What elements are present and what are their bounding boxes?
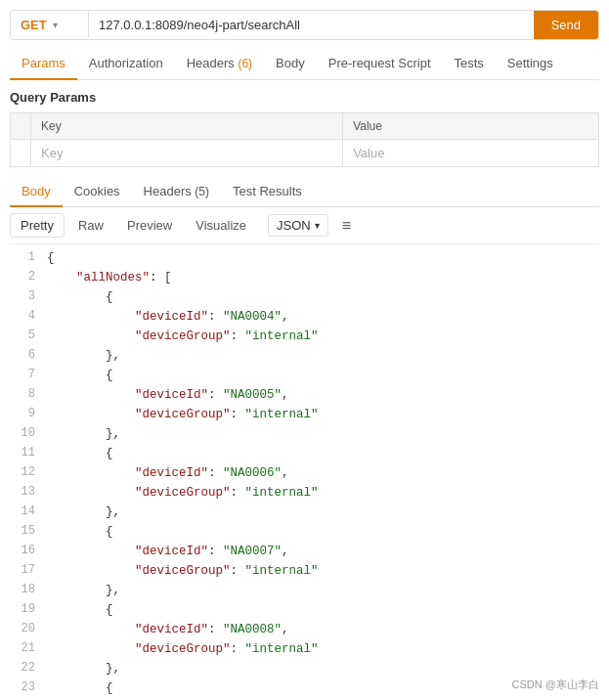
value-col-header: Value — [343, 113, 599, 140]
line-number: 11 — [10, 444, 47, 462]
line-content: "allNodes": [ — [47, 268, 599, 287]
line-number: 19 — [10, 600, 47, 619]
line-content: }, — [47, 346, 599, 366]
line-content: "deviceId": "NA0004", — [47, 307, 599, 327]
body-tabs: Body Cookies Headers (5) Test Results — [10, 177, 599, 207]
line-content: }, — [47, 659, 599, 678]
method-select[interactable]: GET ▾ — [11, 12, 89, 38]
line-content: }, — [47, 581, 599, 600]
format-bar: Pretty Raw Preview Visualize JSON ▾ ≡ — [10, 207, 599, 244]
line-content: { — [47, 600, 599, 620]
code-line: 14 }, — [10, 503, 599, 522]
line-content: "deviceGroup": "internal" — [47, 483, 599, 503]
code-line: 16 "deviceId": "NA0007", — [10, 542, 599, 561]
params-table: Key Value Key Value — [10, 112, 599, 167]
visualize-button[interactable]: Visualize — [186, 214, 256, 237]
tab-pre-request-script[interactable]: Pre-request Script — [317, 48, 443, 80]
line-number: 8 — [10, 385, 47, 404]
json-format-select[interactable]: JSON ▾ — [268, 214, 328, 237]
url-input[interactable] — [89, 11, 534, 39]
chevron-down-icon: ▾ — [53, 20, 58, 30]
tab-body[interactable]: Body — [264, 48, 317, 80]
line-content: "deviceId": "NA0008", — [47, 620, 599, 639]
code-line: 4 "deviceId": "NA0004", — [10, 307, 599, 327]
line-content: "deviceId": "NA0005", — [47, 385, 599, 405]
tab-settings[interactable]: Settings — [496, 48, 565, 80]
line-number: 16 — [10, 542, 47, 560]
tab-tests[interactable]: Tests — [443, 48, 496, 80]
value-placeholder[interactable]: Value — [343, 140, 599, 167]
raw-button[interactable]: Raw — [68, 214, 113, 237]
code-line: 21 "deviceGroup": "internal" — [10, 639, 599, 659]
code-line: 22 }, — [10, 659, 599, 678]
json-format-label: JSON — [277, 218, 311, 233]
key-col-header: Key — [31, 113, 343, 140]
code-line: 10 }, — [10, 424, 599, 444]
code-area: 1{2 "allNodes": [3 {4 "deviceId": "NA000… — [10, 244, 599, 700]
line-number: 5 — [10, 327, 47, 345]
code-line: 5 "deviceGroup": "internal" — [10, 327, 599, 346]
line-number: 10 — [10, 424, 47, 443]
tab-cookies[interactable]: Cookies — [63, 177, 132, 207]
code-line: 1{ — [10, 248, 599, 268]
code-line: 18 }, — [10, 581, 599, 600]
code-line: 8 "deviceId": "NA0005", — [10, 385, 599, 405]
tab-params[interactable]: Params — [10, 48, 77, 80]
line-content: { — [47, 287, 599, 307]
line-number: 12 — [10, 463, 47, 482]
query-params-title: Query Params — [10, 90, 599, 105]
line-content: { — [47, 444, 599, 463]
method-label: GET — [21, 18, 47, 32]
line-content: { — [47, 522, 599, 542]
line-number: 2 — [10, 268, 47, 286]
send-button[interactable]: Send — [534, 11, 598, 39]
line-content: "deviceGroup": "internal" — [47, 639, 599, 659]
line-number: 17 — [10, 561, 47, 580]
line-content: }, — [47, 424, 599, 444]
preview-button[interactable]: Preview — [117, 214, 182, 237]
line-number: 7 — [10, 366, 47, 384]
code-line: 23 { — [10, 678, 599, 698]
line-number: 21 — [10, 639, 47, 658]
chevron-down-icon: ▾ — [315, 220, 320, 231]
line-number: 18 — [10, 581, 47, 599]
code-line: 20 "deviceId": "NA0008", — [10, 620, 599, 639]
code-line: 9 "deviceGroup": "internal" — [10, 405, 599, 424]
url-bar: GET ▾ Send — [10, 10, 599, 40]
wrap-button[interactable]: ≡ — [336, 215, 357, 237]
top-tabs: Params Authorization Headers (6) Body Pr… — [10, 48, 599, 80]
tab-headers[interactable]: Headers (6) — [175, 48, 264, 80]
code-line: 19 { — [10, 600, 599, 620]
line-number: 20 — [10, 620, 47, 638]
code-line: 6 }, — [10, 346, 599, 366]
code-line: 7 { — [10, 366, 599, 385]
line-content: "deviceGroup": "internal" — [47, 405, 599, 424]
line-number: 15 — [10, 522, 47, 541]
code-line: 3 { — [10, 287, 599, 307]
pretty-button[interactable]: Pretty — [10, 213, 65, 238]
code-line: 15 { — [10, 522, 599, 542]
line-number: 9 — [10, 405, 47, 423]
line-content: { — [47, 248, 599, 268]
tab-response-body[interactable]: Body — [10, 177, 63, 207]
line-number: 4 — [10, 307, 47, 326]
code-line: 17 "deviceGroup": "internal" — [10, 561, 599, 581]
line-content: "deviceId": "NA0007", — [47, 542, 599, 561]
line-number: 14 — [10, 503, 47, 521]
line-content: { — [47, 366, 599, 385]
watermark: CSDN @寒山李白 — [512, 678, 599, 692]
tab-test-results[interactable]: Test Results — [221, 177, 314, 207]
line-content: "deviceGroup": "internal" — [47, 327, 599, 346]
tab-authorization[interactable]: Authorization — [77, 48, 175, 80]
params-row-placeholder: Key Value — [11, 140, 599, 167]
code-line: 12 "deviceId": "NA0006", — [10, 463, 599, 483]
line-number: 22 — [10, 659, 47, 678]
code-line: 11 { — [10, 444, 599, 463]
tab-response-headers[interactable]: Headers (5) — [132, 177, 221, 207]
line-content: "deviceId": "NA0006", — [47, 463, 599, 483]
checkbox-col-header — [11, 113, 31, 140]
line-content: "deviceGroup": "internal" — [47, 561, 599, 581]
line-number: 3 — [10, 287, 47, 306]
line-number: 1 — [10, 248, 47, 267]
key-placeholder[interactable]: Key — [31, 140, 343, 167]
